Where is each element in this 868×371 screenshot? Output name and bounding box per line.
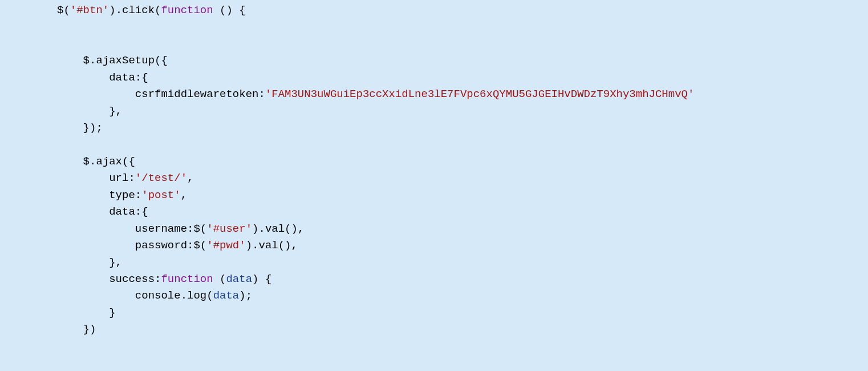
code-line-13: data:{ [57, 205, 148, 218]
code-text: , [181, 189, 187, 201]
code-text: console.log( [57, 289, 213, 302]
code-line-5: data:{ [57, 71, 148, 84]
code-line-8: }); [57, 122, 103, 134]
string-literal: '#user' [206, 223, 252, 235]
string-literal: '#btn' [70, 4, 109, 17]
code-line-1: $('#btn').click(function () { [57, 4, 246, 17]
code-text: ( [213, 273, 226, 285]
code-line-16: }, [57, 256, 122, 269]
code-line-19: } [57, 307, 116, 319]
code-line-7: }, [57, 105, 122, 118]
code-text: $.ajaxSetup({ [57, 54, 168, 67]
code-line-20: }) [57, 323, 96, 336]
keyword-function: function [161, 4, 213, 17]
code-line-4: $.ajaxSetup({ [57, 54, 168, 67]
code-text: } [57, 307, 116, 319]
string-literal: 'FAM3UN3uWGuiEp3ccXxidLne3lE7FVpc6xQYMU5… [265, 88, 695, 100]
code-line-6: csrfmiddlewaretoken:'FAM3UN3uWGuiEp3ccXx… [57, 88, 694, 100]
code-line-15: password:$('#pwd').val(), [57, 239, 298, 252]
code-block: $('#btn').click(function () { $.ajaxSetu… [0, 0, 868, 350]
code-text: url: [57, 172, 135, 184]
code-text: username:$( [57, 223, 206, 235]
code-text: data:{ [57, 71, 148, 84]
string-literal: '/test/' [135, 172, 187, 184]
identifier-data: data [213, 289, 240, 302]
code-text: ).val(), [246, 239, 298, 252]
code-text: }) [57, 323, 96, 336]
code-text: ) { [252, 273, 271, 285]
code-text: success: [57, 273, 161, 285]
code-text: , [187, 172, 193, 184]
code-text: type: [57, 189, 141, 201]
code-line-18: console.log(data); [57, 289, 252, 302]
code-text: }); [57, 122, 103, 134]
code-text: }, [57, 105, 122, 118]
code-text: csrfmiddlewaretoken: [57, 88, 265, 100]
identifier-data: data [226, 273, 252, 285]
string-literal: 'post' [141, 189, 180, 201]
code-text: () { [213, 4, 246, 17]
code-text: data:{ [57, 205, 148, 218]
code-text: ); [239, 289, 252, 302]
code-line-17: success:function (data) { [57, 273, 271, 285]
code-line-14: username:$('#user').val(), [57, 223, 304, 235]
code-text: $.ajax({ [57, 155, 135, 168]
code-text: ).click( [109, 4, 161, 17]
keyword-function: function [161, 273, 213, 285]
code-text: ).val(), [252, 223, 304, 235]
code-line-12: type:'post', [57, 189, 187, 201]
code-line-10: $.ajax({ [57, 155, 135, 168]
code-line-11: url:'/test/', [57, 172, 193, 184]
code-text: $( [57, 4, 70, 17]
code-text: }, [57, 256, 122, 269]
string-literal: '#pwd' [206, 239, 245, 252]
code-text: password:$( [57, 239, 206, 252]
